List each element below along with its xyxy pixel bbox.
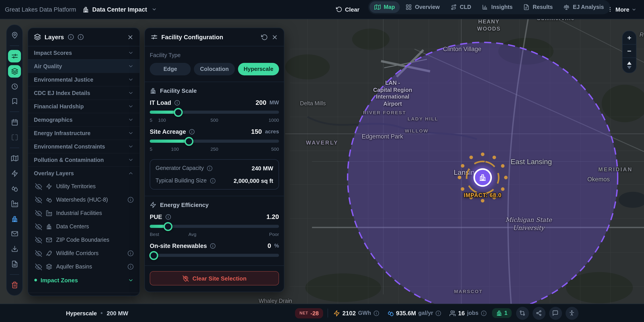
overlay-layer-aquifer-basins[interactable]: Aquifer Basins (28, 260, 140, 273)
share-button[interactable] (532, 307, 545, 319)
tab-label: Results (532, 4, 553, 10)
renewables-label: On-site Renewables (150, 242, 207, 249)
tilt-control[interactable] (622, 58, 636, 73)
derived-metric-row: Generator Capacity240 MW (156, 162, 273, 174)
rail-item-data-centers[interactable] (8, 212, 21, 225)
tab-cld[interactable]: CLD (446, 1, 476, 13)
overlay-layer-watersheds-huc-8-[interactable]: Watersheds (HUC-8) (28, 193, 140, 206)
overlay-layer-industrial-facilities[interactable]: Industrial Facilities (28, 206, 140, 220)
git-compare-button[interactable] (516, 307, 529, 319)
layer-section-demographics[interactable]: Demographics (28, 113, 140, 126)
action-buttons (516, 307, 578, 319)
slider-knob[interactable] (185, 137, 194, 146)
accessibility-button[interactable] (565, 307, 578, 319)
chevron-down-icon (128, 90, 134, 96)
overlay-layer-wildlife-corridors[interactable]: Wildlife Corridors (28, 247, 140, 260)
rail-item-locations[interactable] (8, 29, 21, 42)
rail-item-layers[interactable] (8, 65, 21, 78)
tab-insights[interactable]: Insights (477, 1, 518, 13)
pue-slider[interactable] (150, 225, 279, 228)
rail-item-industry[interactable] (8, 198, 21, 210)
scale-icon (564, 4, 570, 10)
project-switcher[interactable]: Data Center Impact (82, 0, 157, 19)
it-load-unit: MW (270, 100, 279, 106)
download-icon (11, 245, 18, 253)
overlay-layer-data-centers[interactable]: Data Centers (28, 220, 140, 233)
slider-knob[interactable] (163, 222, 172, 231)
chevron-down-icon (128, 77, 134, 83)
facility-type-hyperscale[interactable]: Hyperscale (238, 63, 279, 75)
clear-site-selection-button[interactable]: Clear Site Selection (150, 271, 279, 285)
facility-type-colocation[interactable]: Colocation (194, 63, 235, 75)
layer-section-environmental-justice[interactable]: Environmental Justice (28, 73, 140, 86)
it-load-slider[interactable] (150, 111, 279, 114)
top-header: Great Lakes Data Platform Data Center Im… (0, 0, 644, 19)
layer-section-air-quality[interactable]: Air Quality (28, 59, 140, 73)
project-building-icon (82, 6, 89, 13)
nav-tab-bar: MapOverviewCLDInsightsResultsEJ Analysis (368, 0, 610, 14)
reset-icon[interactable] (261, 34, 268, 40)
chevron-down-icon (128, 144, 134, 149)
close-icon[interactable] (127, 34, 134, 40)
overlay-layer-zip-code-boundaries[interactable]: ZIP Code Boundaries (28, 233, 140, 247)
overlay-layer-utility-territories[interactable]: Utility Territories (28, 180, 140, 193)
info-icon[interactable] (68, 34, 74, 40)
zoom-in-button[interactable]: + (622, 31, 636, 45)
rail-item-history[interactable] (8, 80, 21, 93)
layer-section-energy-infrastructure[interactable]: Energy Infrastructure (28, 126, 140, 140)
clear-button[interactable]: Clear (336, 0, 360, 19)
layer-section-financial-hardship[interactable]: Financial Hardship (28, 100, 140, 113)
rail-item-export[interactable] (8, 243, 21, 255)
rail-item-delete[interactable] (8, 279, 21, 291)
message-button[interactable] (549, 307, 562, 319)
slider-knob[interactable] (174, 108, 183, 117)
message-icon (552, 310, 558, 316)
layer-section-environmental-constraints[interactable]: Environmental Constraints (28, 140, 140, 153)
tilt-down-icon (627, 66, 632, 69)
facility-count-badge[interactable]: 1 (492, 308, 512, 318)
tab-map[interactable]: Map (370, 1, 400, 13)
slider-knob[interactable] (149, 251, 158, 260)
bird-icon (46, 250, 52, 256)
tab-results[interactable]: Results (518, 1, 558, 13)
tab-label: Overview (415, 4, 440, 10)
site-acreage-label: Site Acreage (150, 128, 186, 135)
rail-item-reports[interactable] (8, 258, 21, 270)
rail-item-basemap[interactable] (8, 152, 21, 165)
scale-tick: 1000 (268, 117, 279, 123)
mail-icon (11, 230, 18, 237)
tab-overview[interactable]: Overview (401, 1, 444, 13)
info-icon[interactable] (77, 34, 84, 40)
site-acreage-slider[interactable] (150, 140, 279, 143)
facility-config-panel: Facility Configuration Facility Type Edg… (144, 28, 284, 292)
mail-icon (46, 237, 52, 243)
layer-section-impact-scores[interactable]: Impact Scores (28, 46, 140, 59)
rail-item-mail[interactable] (8, 228, 21, 240)
pue-slider-group: PUE1.20BestAvgPoor (150, 213, 279, 237)
chevron-down-icon (128, 63, 134, 69)
layer-section-protected-lands[interactable]: Protected Lands (28, 292, 140, 296)
chevron-down-icon (128, 117, 134, 123)
tab-ej-analysis[interactable]: EJ Analysis (559, 1, 609, 13)
rail-item-saved[interactable] (8, 95, 21, 108)
more-menu[interactable]: More (607, 0, 636, 19)
zoom-out-button[interactable]: − (622, 45, 636, 58)
layer-section-pollution-contamination[interactable]: Pollution & Contamination (28, 153, 140, 166)
renewables-slider[interactable] (150, 254, 279, 257)
rail-item-compare[interactable] (8, 131, 21, 144)
facility-type-edge[interactable]: Edge (150, 63, 191, 75)
renewables-header: On-site Renewables0% (150, 242, 279, 249)
rail-item-energy[interactable] (8, 167, 21, 180)
layer-section-cdc-ej-index-details[interactable]: CDC EJ Index Details (28, 86, 140, 100)
rail-item-facility-config[interactable] (8, 50, 21, 63)
rail-item-schedule[interactable] (8, 116, 21, 129)
layer-section-overlay-layers[interactable]: Overlay Layers (28, 166, 140, 180)
map-icon (11, 155, 18, 162)
stat-gwh: 2102GWh (334, 310, 379, 316)
overlay-layers-label: Overlay Layers (34, 170, 74, 176)
overlay-layer-label: Utility Territories (56, 183, 96, 190)
layer-section-impact-zones[interactable]: Impact Zones (28, 273, 140, 287)
close-icon[interactable] (272, 34, 278, 40)
rail-item-water[interactable] (8, 182, 21, 195)
site-acreage-scale: 5100250500 (150, 146, 279, 152)
